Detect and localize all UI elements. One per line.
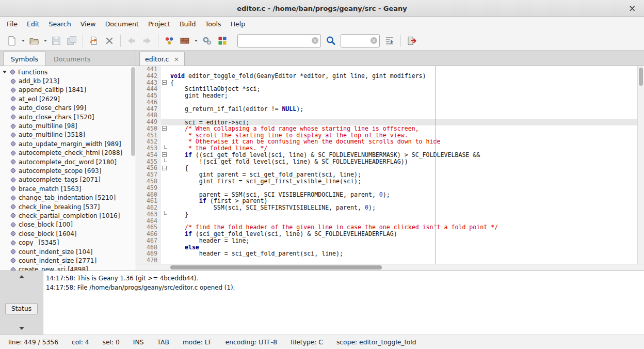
new-file-dropdown[interactable]	[20, 33, 26, 49]
symbol-item[interactable]: auto_multiline [3518]	[0, 131, 136, 139]
symbol-item[interactable]: change_tab_indentation [5210]	[0, 193, 136, 202]
menu-file[interactable]: File	[2, 18, 22, 30]
symbol-label: check_line_breaking [537]	[19, 203, 100, 211]
code-line[interactable]: 445 gint header;	[136, 92, 644, 99]
clear-goto-icon[interactable]	[371, 37, 377, 44]
tab-status[interactable]: Status	[5, 303, 38, 314]
vertical-scrollbar-thumb[interactable]	[639, 68, 643, 86]
code-line[interactable]: 463 }	[136, 211, 644, 218]
goto-line-button[interactable]	[382, 33, 397, 49]
menu-help[interactable]: Help	[226, 18, 250, 30]
new-file-button[interactable]	[4, 33, 20, 49]
search-button[interactable]	[323, 33, 339, 49]
menu-project[interactable]: Project	[143, 18, 175, 30]
symbol-item[interactable]: copy_ [5345]	[0, 238, 136, 247]
build-button[interactable]	[177, 33, 192, 49]
code-line[interactable]: 469 header = sci_get_fold_parent(sci, li…	[136, 250, 644, 257]
symbol-item[interactable]: count_indent_size [2771]	[0, 256, 136, 265]
symbol-item[interactable]: create_new_sci [4898]	[0, 265, 136, 271]
symbol-item[interactable]: close_block [1604]	[0, 229, 136, 238]
tabs-scroll-down-button[interactable]	[18, 325, 26, 332]
code-line[interactable]: 462 SSM(sci, SCI_SETFIRSTVISIBLELINE, pa…	[136, 204, 644, 211]
code-line[interactable]: 467 header = line;	[136, 237, 644, 244]
symbol-item[interactable]: at_eol [2629]	[0, 94, 136, 103]
symbol-item[interactable]: auto_update_margin_width [989]	[0, 139, 136, 148]
symbol-item[interactable]: close_block [100]	[0, 220, 136, 229]
revert-button[interactable]	[86, 33, 102, 49]
menu-view[interactable]: View	[76, 18, 101, 30]
search-input[interactable]	[241, 37, 312, 44]
menu-search[interactable]: Search	[44, 18, 75, 30]
editor-horizontal-scrollbar[interactable]	[136, 264, 644, 271]
code-editor[interactable]: 441442void editor_toggle_fold(GeanyEdito…	[136, 66, 644, 264]
symbol-item[interactable]: add_kb [213]	[0, 76, 136, 85]
code-line[interactable]: 470	[136, 257, 644, 264]
code-token: 0	[365, 204, 368, 211]
fold-margin[interactable]	[161, 125, 168, 132]
menu-build[interactable]: Build	[175, 18, 201, 30]
code-line[interactable]: 448	[136, 112, 644, 119]
symbol-item[interactable]: check_partial_completion [1016]	[0, 211, 136, 220]
symbol-item[interactable]: append_calltip [1841]	[0, 86, 136, 94]
fold-margin[interactable]	[161, 80, 168, 86]
fold-margin[interactable]	[161, 145, 168, 152]
tab-close-icon[interactable]: ×	[173, 56, 179, 62]
code-line[interactable]: 447 g_return_if_fail(editor != NULL);	[136, 106, 644, 113]
goto-line-input[interactable]	[344, 37, 371, 44]
search-entry[interactable]	[237, 34, 321, 47]
save-all-button[interactable]	[64, 33, 79, 49]
open-file-button[interactable]	[26, 33, 42, 49]
expander-icon[interactable]	[3, 71, 7, 73]
fold-collapse-icon[interactable]	[162, 126, 167, 131]
quit-button[interactable]	[404, 33, 420, 49]
titlebar[interactable]: editor.c - /home/ban/progs/geany/src - G…	[0, 0, 644, 17]
build-dropdown[interactable]	[192, 33, 199, 49]
color-chooser-button[interactable]	[215, 33, 230, 49]
tab-symbols[interactable]: Symbols	[3, 52, 46, 66]
fold-margin[interactable]	[161, 152, 168, 158]
editor-vertical-scrollbar[interactable]	[637, 66, 644, 264]
menu-edit[interactable]: Edit	[22, 18, 44, 30]
code-token: g_return_if_fail(editor !=	[170, 105, 282, 113]
symbol-item[interactable]: count_indent_size [104]	[0, 247, 136, 256]
fold-margin[interactable]	[161, 165, 168, 171]
open-file-dropdown[interactable]	[42, 33, 49, 49]
tree-root-functions[interactable]: Functions	[0, 68, 136, 76]
symbol-item[interactable]: autocomplete_tags [2071]	[0, 176, 136, 184]
menu-tools[interactable]: Tools	[201, 18, 226, 30]
horizontal-scrollbar-thumb[interactable]	[170, 265, 382, 269]
run-button[interactable]	[199, 33, 215, 49]
fold-collapse-icon[interactable]	[162, 80, 167, 85]
line-number: 441	[136, 66, 161, 73]
sidebar-scrollbar-thumb[interactable]	[131, 67, 135, 156]
symbol-item[interactable]: autocomplete_scope [693]	[0, 166, 136, 175]
symbol-item[interactable]: autocomplete_doc_word [2180]	[0, 157, 136, 166]
save-button[interactable]	[49, 33, 64, 49]
fold-collapse-icon[interactable]	[162, 152, 167, 157]
code-line[interactable]: 442void editor_toggle_fold(GeanyEditor *…	[136, 73, 644, 80]
symbol-item[interactable]: auto_multiline [98]	[0, 121, 136, 130]
menu-document[interactable]: Document	[101, 18, 143, 30]
tabs-scroll-up-button[interactable]	[18, 273, 26, 280]
symbol-item[interactable]: auto_close_chars [1520]	[0, 113, 136, 121]
symbol-item[interactable]: autocomplete_check_html [2088]	[0, 149, 136, 157]
navigate-forward-button[interactable]	[139, 33, 155, 49]
window-close-button[interactable]: ×	[625, 0, 639, 17]
clear-search-icon[interactable]	[312, 37, 318, 44]
navigate-back-button[interactable]	[124, 33, 139, 49]
sidebar-scrollbar[interactable]	[131, 67, 135, 269]
compile-button[interactable]	[162, 33, 177, 49]
fold-margin[interactable]	[161, 211, 168, 218]
fold-margin[interactable]	[161, 158, 168, 165]
tab-editor-c[interactable]: editor.c ×	[139, 52, 185, 66]
fold-margin	[161, 237, 168, 244]
close-document-button[interactable]	[102, 33, 117, 49]
fold-collapse-icon[interactable]	[162, 166, 167, 170]
code-line[interactable]: 455 !(sci_get_fold_level(sci, line) & SC…	[136, 158, 644, 165]
symbol-item[interactable]: check_line_breaking [537]	[0, 202, 136, 211]
symbol-item[interactable]: auto_close_chars [99]	[0, 104, 136, 113]
symbol-item[interactable]: brace_match [1563]	[0, 184, 136, 193]
goto-line-entry[interactable]	[341, 34, 380, 47]
code-line[interactable]: 458 gint first = sci_get_first_visible_l…	[136, 178, 644, 185]
tab-documents[interactable]: Documents	[46, 52, 98, 66]
